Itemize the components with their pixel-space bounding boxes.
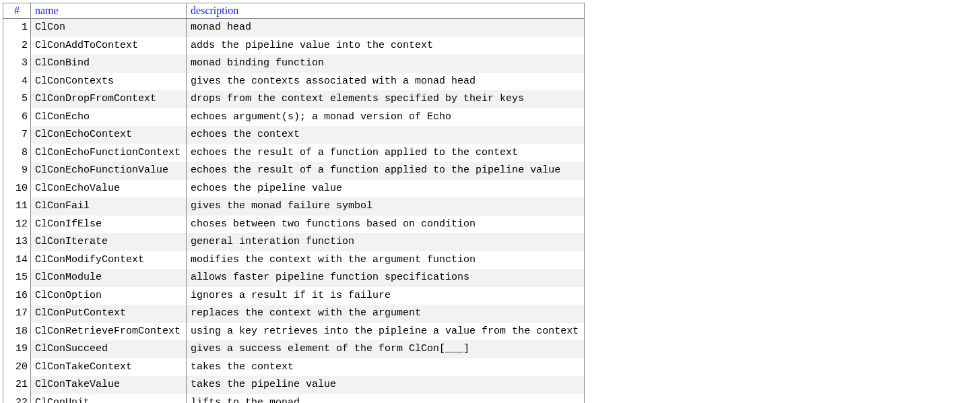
table-row: 7ClConEchoContextechoes the context — [3, 126, 585, 144]
row-index: 1 — [3, 19, 31, 37]
row-name: ClConIfElse — [31, 216, 187, 234]
table-row: 11ClConFailgives the monad failure symbo… — [3, 197, 585, 216]
table-row: 2ClConAddToContextadds the pipeline valu… — [3, 37, 585, 55]
table-row: 9ClConEchoFunctionValueechoes the result… — [3, 162, 585, 180]
row-description: takes the context — [187, 359, 585, 377]
row-description: gives a success element of the form ClCo… — [187, 340, 585, 359]
row-description: takes the pipeline value — [187, 376, 585, 394]
row-description: modifies the context with the argument f… — [187, 251, 585, 270]
row-description: gives the contexts associated with a mon… — [187, 73, 585, 91]
row-index: 4 — [3, 73, 31, 91]
row-description: lifts to the monad — [187, 394, 585, 404]
table-row: 16ClConOptionignores a result if it is f… — [3, 287, 585, 305]
row-index: 18 — [3, 323, 31, 341]
row-description: drops from the context elements specifie… — [187, 90, 585, 108]
row-description: choses between two functions based on co… — [187, 216, 585, 234]
row-index: 9 — [3, 162, 31, 180]
row-description: ignores a result if it is failure — [187, 287, 585, 305]
row-name: ClConFail — [31, 197, 187, 216]
row-index: 22 — [3, 394, 31, 404]
table-row: 6ClConEchoechoes argument(s); a monad ve… — [3, 108, 585, 127]
row-description: echoes the context — [187, 126, 585, 144]
table-row: 14ClConModifyContextmodifies the context… — [3, 251, 585, 270]
row-description: gives the monad failure symbol — [187, 197, 585, 216]
row-name: ClCon — [31, 19, 187, 37]
row-description: echoes the result of a function applied … — [187, 162, 585, 180]
header-row: # name description — [3, 3, 585, 19]
row-description: adds the pipeline value into the context — [187, 37, 585, 55]
row-name: ClConAddToContext — [31, 37, 187, 55]
row-index: 7 — [3, 126, 31, 144]
table-row: 20ClConTakeContexttakes the context — [3, 359, 585, 377]
row-index: 12 — [3, 216, 31, 234]
row-index: 20 — [3, 359, 31, 377]
table-row: 5ClConDropFromContextdrops from the cont… — [3, 90, 585, 108]
row-index: 19 — [3, 340, 31, 359]
row-description: using a key retrieves into the pipleine … — [187, 323, 585, 341]
row-name: ClConTakeContext — [31, 359, 187, 377]
row-name: ClConEchoValue — [31, 180, 187, 198]
row-index: 21 — [3, 376, 31, 394]
row-name: ClConUnit — [31, 394, 187, 404]
row-index: 15 — [3, 269, 31, 287]
row-name: ClConTakeValue — [31, 376, 187, 394]
row-index: 14 — [3, 251, 31, 270]
row-index: 5 — [3, 90, 31, 108]
table-row: 17ClConPutContextreplaces the context wi… — [3, 305, 585, 323]
row-name: ClConDropFromContext — [31, 90, 187, 108]
row-name: ClConIterate — [31, 233, 187, 251]
row-name: ClConEchoFunctionValue — [31, 162, 187, 180]
functions-table: # name description 1ClConmonad head2ClCo… — [3, 3, 585, 403]
table-row: 1ClConmonad head — [3, 19, 585, 37]
row-description: general interation function — [187, 233, 585, 251]
table-row: 8ClConEchoFunctionContextechoes the resu… — [3, 144, 585, 162]
table-row: 15ClConModuleallows faster pipeline func… — [3, 269, 585, 287]
header-description: description — [187, 3, 585, 19]
row-description: echoes argument(s); a monad version of E… — [187, 108, 585, 127]
row-name: ClConEchoFunctionContext — [31, 144, 187, 162]
table-row: 10ClConEchoValueechoes the pipeline valu… — [3, 180, 585, 198]
row-index: 17 — [3, 305, 31, 323]
table-row: 12ClConIfElsechoses between two function… — [3, 216, 585, 234]
row-name: ClConSucceed — [31, 340, 187, 359]
row-name: ClConOption — [31, 287, 187, 305]
table-row: 4ClConContextsgives the contexts associa… — [3, 73, 585, 91]
row-description: allows faster pipeline function specific… — [187, 269, 585, 287]
header-index: # — [3, 3, 31, 19]
row-name: ClConModule — [31, 269, 187, 287]
table-row: 3ClConBindmonad binding function — [3, 55, 585, 73]
row-name: ClConContexts — [31, 73, 187, 91]
table-row: 19ClConSucceedgives a success element of… — [3, 340, 585, 359]
header-name: name — [31, 3, 187, 19]
row-description: monad binding function — [187, 55, 585, 73]
row-index: 8 — [3, 144, 31, 162]
row-index: 2 — [3, 37, 31, 55]
row-name: ClConModifyContext — [31, 251, 187, 270]
row-name: ClConPutContext — [31, 305, 187, 323]
row-index: 11 — [3, 197, 31, 216]
row-name: ClConBind — [31, 55, 187, 73]
row-name: ClConRetrieveFromContext — [31, 323, 187, 341]
row-description: echoes the result of a function applied … — [187, 144, 585, 162]
row-index: 10 — [3, 180, 31, 198]
table-row: 22ClConUnitlifts to the monad — [3, 394, 585, 404]
row-index: 13 — [3, 233, 31, 251]
row-index: 3 — [3, 55, 31, 73]
row-name: ClConEcho — [31, 108, 187, 127]
row-description: monad head — [187, 19, 585, 37]
row-index: 16 — [3, 287, 31, 305]
row-description: replaces the context with the argument — [187, 305, 585, 323]
row-name: ClConEchoContext — [31, 126, 187, 144]
table-row: 21ClConTakeValuetakes the pipeline value — [3, 376, 585, 394]
row-description: echoes the pipeline value — [187, 180, 585, 198]
table-row: 18ClConRetrieveFromContextusing a key re… — [3, 323, 585, 341]
row-index: 6 — [3, 108, 31, 127]
table-row: 13ClConIterategeneral interation functio… — [3, 233, 585, 251]
